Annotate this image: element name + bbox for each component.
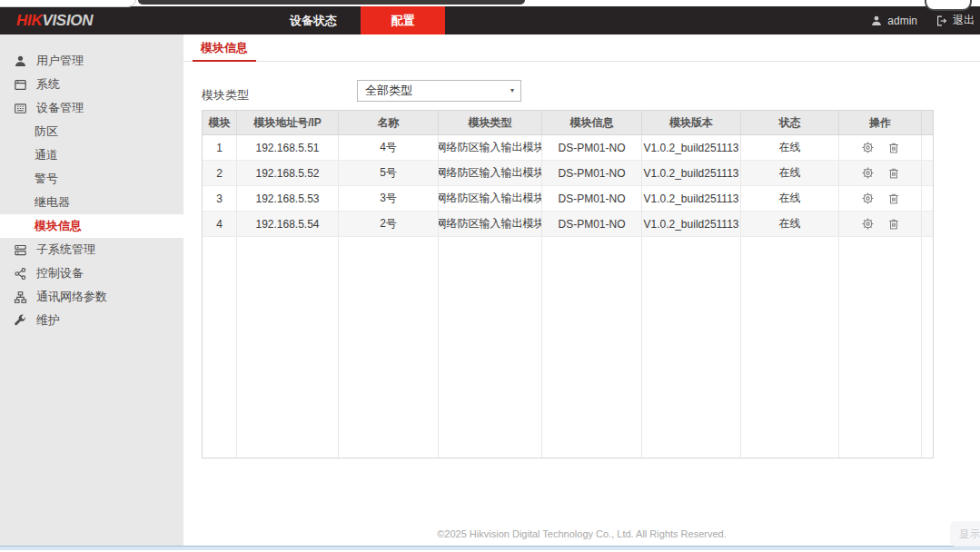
table-header-row: 模块 模块地址号/IP 名称 模块类型 模块信息 模块版本 状态 操作 bbox=[203, 111, 933, 135]
browser-addressbar-remnant bbox=[0, 0, 136, 7]
username-label: admin bbox=[887, 15, 917, 27]
table-row: 2 192.168.5.52 5号 网络防区输入输出模块 DS-PM01-NO … bbox=[203, 161, 933, 186]
control-device-icon bbox=[13, 266, 28, 281]
cell-name: 5号 bbox=[339, 161, 439, 185]
main-content: 模块信息 模块类型 全部类型 ▾ 模块 模块地址号/IP 名称 模块类型 模块信… bbox=[183, 34, 980, 546]
module-type-value: 全部类型 bbox=[365, 84, 412, 97]
trash-icon[interactable] bbox=[887, 167, 900, 180]
tab-configuration[interactable]: 配置 bbox=[361, 6, 445, 34]
trash-icon[interactable] bbox=[887, 142, 900, 154]
sidebar-item-label: 维护 bbox=[36, 312, 60, 329]
chevron-down-icon: ▾ bbox=[510, 81, 514, 101]
logout-label: 退出 bbox=[953, 13, 975, 28]
sidebar-item-relay[interactable]: 继电器 bbox=[0, 191, 183, 214]
browser-control-remnant bbox=[925, 0, 972, 11]
cell-module-type: 网络防区输入输出模块 bbox=[439, 161, 542, 185]
col-header-module-type: 模块类型 bbox=[439, 111, 542, 134]
user-icon bbox=[870, 15, 883, 27]
window-bottom-edge bbox=[0, 546, 980, 550]
display-overlay-button[interactable]: 显示 bbox=[950, 521, 980, 547]
logo-vision-text: VISION bbox=[42, 12, 93, 30]
logo-hik-text: HIK bbox=[16, 12, 42, 30]
cell-address-ip: 192.168.5.54 bbox=[237, 212, 339, 236]
cell-status: 在线 bbox=[741, 212, 839, 236]
sidebar-item-label: 用户管理 bbox=[36, 53, 84, 69]
browser-darkbar-remnant bbox=[138, 0, 525, 5]
cell-module-number: 2 bbox=[203, 161, 237, 185]
col-header-operation: 操作 bbox=[839, 111, 922, 134]
col-header-module-version: 模块版本 bbox=[642, 111, 741, 134]
sidebar-item-label: 通道 bbox=[35, 147, 58, 163]
col-header-status: 状态 bbox=[741, 111, 839, 134]
module-type-select[interactable]: 全部类型 ▾ bbox=[357, 80, 521, 102]
cell-module-version: V1.0.2_build251113 bbox=[642, 161, 741, 185]
cell-module-number: 1 bbox=[203, 135, 237, 160]
table-row: 3 192.168.5.53 3号 网络防区输入输出模块 DS-PM01-NO … bbox=[203, 186, 933, 212]
cell-operations bbox=[839, 212, 922, 236]
trash-icon[interactable] bbox=[887, 218, 900, 231]
tab-device-status[interactable]: 设备状态 bbox=[268, 6, 359, 34]
cell-name: 3号 bbox=[339, 186, 439, 211]
subsystem-icon bbox=[13, 242, 28, 258]
cell-module-number: 3 bbox=[203, 186, 237, 211]
gear-icon[interactable] bbox=[861, 141, 875, 154]
cell-name: 4号 bbox=[339, 135, 439, 160]
sidebar-item-label: 通讯网络参数 bbox=[36, 289, 107, 305]
cell-module-number: 4 bbox=[203, 212, 237, 236]
cell-address-ip: 192.168.5.51 bbox=[237, 135, 339, 160]
cell-spacer bbox=[922, 135, 933, 160]
cell-operations bbox=[839, 186, 922, 211]
cell-spacer bbox=[922, 186, 933, 211]
cell-status: 在线 bbox=[741, 135, 839, 160]
sidebar-item-module-info[interactable]: 模块信息 bbox=[0, 214, 183, 238]
cell-address-ip: 192.168.5.52 bbox=[237, 161, 339, 185]
gear-icon[interactable] bbox=[861, 166, 875, 180]
cell-status: 在线 bbox=[741, 186, 839, 211]
sidebar-item-subsystem-management[interactable]: 子系统管理 bbox=[0, 238, 183, 261]
cell-module-version: V1.0.2_build251113 bbox=[642, 135, 741, 160]
tab-module-info[interactable]: 模块信息 bbox=[193, 34, 256, 62]
trash-icon[interactable] bbox=[887, 192, 900, 205]
cell-module-version: V1.0.2_build251113 bbox=[642, 186, 741, 211]
sidebar-item-label: 警号 bbox=[35, 171, 58, 187]
sidebar-item-user-management[interactable]: 用户管理 bbox=[0, 49, 183, 73]
col-header-module: 模块 bbox=[203, 111, 237, 134]
sidebar-item-channel[interactable]: 通道 bbox=[0, 143, 183, 167]
sidebar-item-label: 系统 bbox=[36, 76, 60, 93]
cell-name: 2号 bbox=[339, 212, 439, 236]
sidebar-item-system[interactable]: 系统 bbox=[0, 73, 183, 96]
hikvision-logo: HIKVISION bbox=[16, 6, 93, 34]
device-grid-icon bbox=[13, 101, 28, 116]
cell-module-type: 网络防区输入输出模块 bbox=[439, 212, 542, 236]
copyright-footer: ©2025 Hikvision Digital Technology Co., … bbox=[183, 528, 980, 539]
sidebar: 用户管理 系统 设备管理 防区 通道 警号 继电器 模块信息 子系统管理 控制设… bbox=[0, 34, 183, 546]
sidebar-item-maintenance[interactable]: 维护 bbox=[0, 309, 183, 332]
sidebar-item-device-management[interactable]: 设备管理 bbox=[0, 96, 183, 120]
logout-icon bbox=[935, 15, 948, 27]
sidebar-item-label: 模块信息 bbox=[35, 218, 82, 234]
cell-module-version: V1.0.2_build251113 bbox=[642, 212, 741, 236]
gear-icon[interactable] bbox=[861, 192, 875, 205]
col-header-address-ip: 模块地址号/IP bbox=[237, 111, 339, 134]
user-icon bbox=[13, 54, 28, 69]
col-header-spacer bbox=[922, 111, 933, 134]
cell-operations bbox=[839, 161, 922, 185]
system-icon bbox=[13, 77, 28, 93]
user-menu[interactable]: admin bbox=[870, 15, 917, 27]
sidebar-item-network-params[interactable]: 通讯网络参数 bbox=[0, 285, 183, 309]
cell-status: 在线 bbox=[741, 161, 839, 185]
gear-icon[interactable] bbox=[861, 217, 875, 231]
logout-button[interactable]: 退出 bbox=[935, 13, 975, 28]
cell-spacer bbox=[922, 212, 933, 236]
sidebar-item-label: 子系统管理 bbox=[36, 242, 95, 258]
table-row: 1 192.168.5.51 4号 网络防区输入输出模块 DS-PM01-NO … bbox=[203, 135, 933, 161]
cell-address-ip: 192.168.5.53 bbox=[237, 186, 339, 211]
sidebar-item-control-device[interactable]: 控制设备 bbox=[0, 261, 183, 285]
sidebar-item-zone[interactable]: 防区 bbox=[0, 120, 183, 143]
sidebar-item-label: 继电器 bbox=[35, 194, 70, 211]
module-table: 模块 模块地址号/IP 名称 模块类型 模块信息 模块版本 状态 操作 1 19… bbox=[202, 110, 934, 458]
cell-operations bbox=[839, 135, 922, 160]
sidebar-item-siren[interactable]: 警号 bbox=[0, 167, 183, 191]
col-header-module-info: 模块信息 bbox=[542, 111, 642, 134]
content-tabs-row: 模块信息 bbox=[183, 34, 980, 62]
